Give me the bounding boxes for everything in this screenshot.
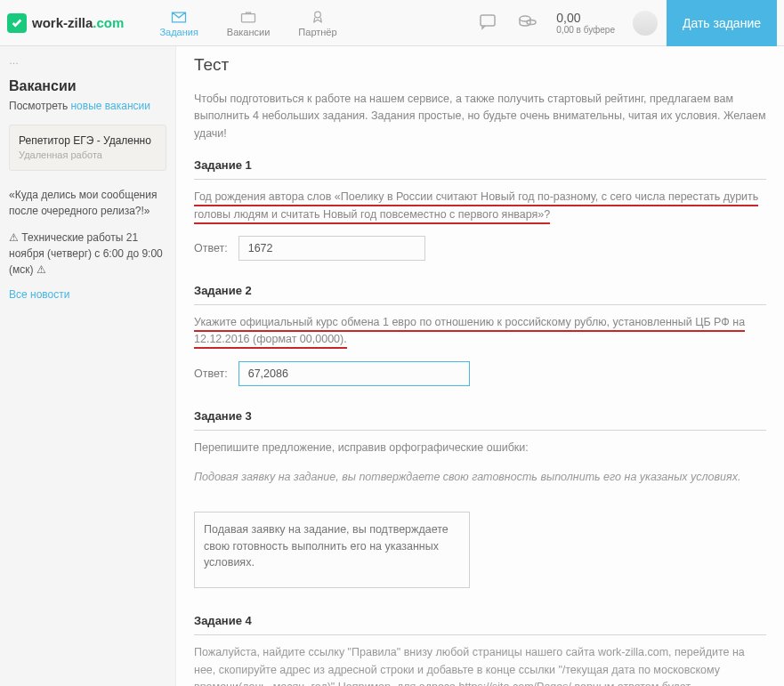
balance-amount: 0,00 [556,11,580,25]
answer-label: Ответ: [194,242,228,254]
coins-icon [508,12,547,34]
briefcase-icon [239,9,257,25]
messages-button[interactable] [469,12,508,34]
task-2-question: Укажите официальный курс обмена 1 евро п… [194,316,745,349]
task-1-answer-input[interactable] [238,236,425,261]
job-card[interactable]: Репетитор ЕГЭ - Удаленно Удаленная работ… [9,125,166,171]
avatar[interactable] [633,11,658,36]
nav-partner-label: Партнёр [298,27,336,37]
task-3-instruction: Перепишите предложение, исправив орфогра… [194,440,766,456]
task-3-answer-textarea[interactable] [194,512,470,588]
svg-rect-2 [481,15,495,26]
logo[interactable]: work-zilla.com [7,13,124,33]
task-2: Задание 2 Укажите официальный курс обмен… [194,284,766,386]
task-1: Задание 1 Год рождения автора слов «Поел… [194,158,766,261]
create-task-button[interactable]: Дать задание [667,0,777,46]
task-3-sentence: Подовая заявку на задание, вы потверждае… [194,469,766,486]
logo-text-2: -zilla [63,15,93,30]
news-item-1[interactable]: «Куда делись мои сообщения после очередн… [9,187,166,219]
svg-point-4 [527,20,536,25]
task-1-question: Год рождения автора слов «Поелику в Росс… [194,190,758,223]
balance-sub: 0,00 в буфере [556,25,615,35]
view-vacancies-link[interactable]: Посмотреть новые вакансии [9,100,166,112]
svg-point-1 [315,12,321,18]
nav-partner[interactable]: Партнёр [284,4,351,43]
news-item-2[interactable]: ⚠ Технические работы 21 ноября (четверг)… [9,230,166,278]
logo-text-3: .com [93,15,124,30]
nav-vacancies-label: Вакансии [227,27,271,37]
page-title: Тест [194,55,766,75]
task-2-heading: Задание 2 [194,284,766,305]
nav-tasks-label: Задания [159,27,198,37]
nav-vacancies[interactable]: Вакансии [213,4,285,43]
job-title: Репетитор ЕГЭ - Удаленно [19,134,157,147]
task-4-heading: Задание 4 [194,614,766,635]
task-1-heading: Задание 1 [194,158,766,180]
mail-icon [170,9,188,25]
task-4-question: Пожалуйста, найдите ссылку "Правила" вни… [194,644,766,686]
job-sub: Удаленная работа [19,149,102,160]
vacancies-heading: Вакансии [9,78,166,94]
intro-text: Чтобы подготовиться к работе на нашем се… [194,91,766,142]
task-3-heading: Задание 3 [194,409,766,431]
task-4: Задание 4 Пожалуйста, найдите ссылку "Пр… [194,614,766,686]
sidebar-cut-item: … [9,52,166,78]
balance[interactable]: 0,00 0,00 в буфере [547,11,624,35]
nav-tasks[interactable]: Задания [145,4,212,43]
task-3: Задание 3 Перепишите предложение, исправ… [194,409,766,592]
check-icon [7,13,27,33]
answer-label: Ответ: [194,367,228,380]
logo-text-1: work [32,15,63,30]
all-news-link[interactable]: Все новости [9,288,166,301]
task-2-answer-input[interactable] [238,361,470,386]
badge-icon [309,9,327,25]
svg-rect-0 [242,13,255,21]
